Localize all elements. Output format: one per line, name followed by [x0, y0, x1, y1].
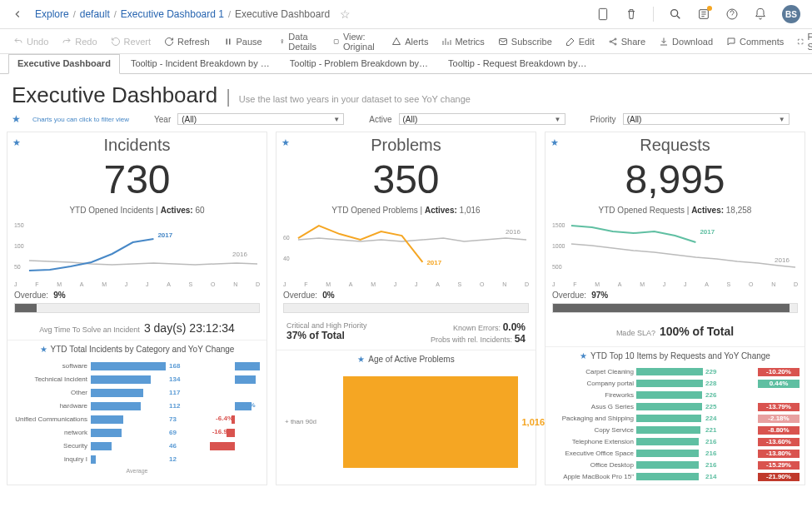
- view-button[interactable]: View: Original: [328, 29, 383, 54]
- svg-text:2016: 2016: [232, 251, 247, 258]
- title-sep: |: [226, 86, 231, 107]
- revert-button: Revert: [106, 34, 156, 49]
- data-details-button[interactable]: Data Details: [274, 29, 326, 54]
- download-button[interactable]: Download: [654, 34, 718, 49]
- bar-row[interactable]: Carpet Cleaning 229 -10.20%: [550, 366, 800, 378]
- page-subtitle: Use the last two years in your dataset t…: [239, 94, 471, 104]
- age-bar-value: 1,016: [521, 417, 545, 427]
- alerts-button[interactable]: Alerts: [386, 34, 433, 49]
- worksheet-tabs: Executive Dashboard Tooltip - Incident B…: [0, 54, 812, 74]
- tab-tooltip-problem[interactable]: Tooltip - Problem Breakdown by…: [281, 54, 437, 73]
- chevron-down-icon: ▼: [555, 116, 561, 123]
- pause-button[interactable]: Pause: [218, 34, 267, 49]
- svg-rect-4: [226, 38, 227, 44]
- bar-row[interactable]: Security 46 -49.5%: [14, 440, 260, 453]
- comments-button[interactable]: Comments: [721, 34, 789, 49]
- breadcrumb-dash1[interactable]: Executive Dashboard 1: [121, 8, 224, 20]
- overdue-val: 9%: [53, 291, 65, 300]
- overdue-label: Overdue:: [552, 291, 586, 300]
- toolbar: Undo Redo Revert Refresh Pause Data Deta…: [0, 29, 812, 54]
- problems-stats: Critical and High Priority37% of Total K…: [276, 316, 536, 350]
- svg-point-10: [615, 38, 616, 40]
- incidents-category-bars[interactable]: software 168 69.7%Technical Incident 134…: [7, 358, 267, 475]
- requests-item-bars[interactable]: Carpet Cleaning 229 -10.20%Company porta…: [545, 365, 805, 485]
- bar-row[interactable]: Unified Communications 73 -6.4%: [14, 413, 260, 426]
- overdue-bar: [14, 303, 260, 313]
- svg-point-1: [671, 10, 678, 17]
- device-icon[interactable]: [596, 7, 610, 21]
- filter-active-select[interactable]: (All)▼: [399, 113, 565, 125]
- bar-row[interactable]: Apple MacBook Pro 15" 214 -21.90%: [550, 471, 800, 483]
- tab-tooltip-incident[interactable]: Tooltip - Incident Breakdown by …: [122, 54, 279, 73]
- incidents-trend-chart[interactable]: 15010050 2016 2017: [7, 215, 267, 281]
- favorite-star-icon[interactable]: ☆: [340, 7, 351, 21]
- svg-text:50: 50: [14, 264, 21, 270]
- notification-dot: [707, 6, 712, 11]
- bar-row[interactable]: hardware 112 45.5%: [14, 400, 260, 413]
- trash-icon[interactable]: [625, 7, 638, 21]
- problems-age-chart[interactable]: + than 90d 1,016: [276, 368, 536, 476]
- bar-row[interactable]: Fireworks 226: [550, 390, 800, 401]
- requests-trend-chart[interactable]: 15001000500 2016 2017: [545, 215, 805, 281]
- incidents-card[interactable]: ★ Incidents 730 YTD Opened Incidents | A…: [7, 132, 267, 485]
- edit-button[interactable]: Edit: [560, 34, 600, 49]
- svg-rect-5: [229, 38, 231, 44]
- chevron-down-icon: ▼: [333, 116, 340, 123]
- metrics-button[interactable]: Metrics: [436, 34, 489, 49]
- bar-row[interactable]: Executive Office Space 216 -13.80%: [550, 448, 800, 460]
- svg-text:40: 40: [283, 256, 290, 261]
- back-icon[interactable]: [12, 8, 23, 20]
- svg-text:2017: 2017: [700, 228, 715, 236]
- bar-row[interactable]: Technical Incident 134 57.6%: [14, 373, 260, 386]
- incidents-subline: YTD Opened Incidents | Actives: 60: [7, 206, 267, 215]
- age-axis-label: + than 90d: [285, 418, 326, 425]
- svg-text:100: 100: [14, 243, 24, 249]
- avatar[interactable]: BS: [782, 5, 800, 23]
- overdue-val: 97%: [591, 291, 608, 300]
- bar-row[interactable]: Asus G Series 225 -13.79%: [550, 401, 800, 413]
- problems-card[interactable]: ★ Problems 350 YTD Opened Problems | Act…: [276, 132, 536, 485]
- help-icon[interactable]: [725, 7, 739, 21]
- requests-card[interactable]: ★ Requests 8,995 YTD Opened Requests | A…: [545, 132, 805, 485]
- svg-point-9: [610, 41, 611, 42]
- breadcrumb-sep: /: [73, 9, 76, 19]
- bell-icon[interactable]: [754, 7, 767, 21]
- updates-icon[interactable]: [697, 7, 710, 21]
- tab-tooltip-request[interactable]: Tooltip - Request Breakdown by…: [439, 54, 595, 73]
- filter-priority-select[interactable]: (All)▼: [623, 113, 790, 125]
- avg-time-line: Avg Time To Solve an Incident 3 day(s) 2…: [7, 316, 267, 340]
- svg-text:500: 500: [552, 264, 562, 270]
- breadcrumb-sep: /: [114, 9, 117, 19]
- overdue-label: Overdue:: [14, 291, 48, 300]
- month-axis: JFMAMJJASOND: [545, 281, 805, 287]
- search-icon[interactable]: [669, 7, 682, 21]
- subscribe-button[interactable]: Subscribe: [493, 34, 557, 49]
- bar-row[interactable]: Company portal 228 0.44%: [550, 378, 800, 390]
- bar-row[interactable]: software 168 69.7%: [14, 360, 260, 373]
- hint-text: Charts you can click to filter view: [32, 116, 129, 123]
- star-hint-icon: ★: [12, 113, 21, 125]
- bar-row[interactable]: Office Desktop 216 -15.29%: [550, 460, 800, 471]
- incidents-title: Incidents: [7, 132, 267, 155]
- star-icon: ★: [357, 355, 365, 364]
- problems-trend-chart[interactable]: 6040 2016 2017: [276, 215, 536, 281]
- svg-point-6: [281, 39, 283, 41]
- star-icon: ★: [281, 137, 290, 148]
- share-button[interactable]: Share: [603, 34, 650, 49]
- bar-row[interactable]: Packaging and Shipping 224 -2.18%: [550, 413, 800, 425]
- breadcrumb-default[interactable]: default: [80, 8, 110, 20]
- svg-point-11: [615, 43, 616, 45]
- fullscreen-button[interactable]: Full Screen: [792, 29, 812, 54]
- breadcrumb-explore[interactable]: Explore: [35, 8, 69, 20]
- bar-row[interactable]: Other 117: [14, 386, 260, 400]
- bar-row[interactable]: network 69 -16.9%: [14, 426, 260, 440]
- refresh-button[interactable]: Refresh: [159, 34, 215, 49]
- svg-text:150: 150: [14, 222, 24, 228]
- tab-executive-dashboard[interactable]: Executive Dashboard: [8, 54, 120, 74]
- bar-row[interactable]: Telephone Extension 216 -13.60%: [550, 436, 800, 448]
- problems-subline: YTD Opened Problems | Actives: 1,016: [276, 206, 536, 215]
- overdue-val: 0%: [322, 291, 334, 300]
- bar-row[interactable]: Copy Service 221 -8.80%: [550, 425, 800, 436]
- bar-row[interactable]: inquiry I 12: [14, 453, 260, 466]
- filter-year-select[interactable]: (All)▼: [177, 113, 344, 125]
